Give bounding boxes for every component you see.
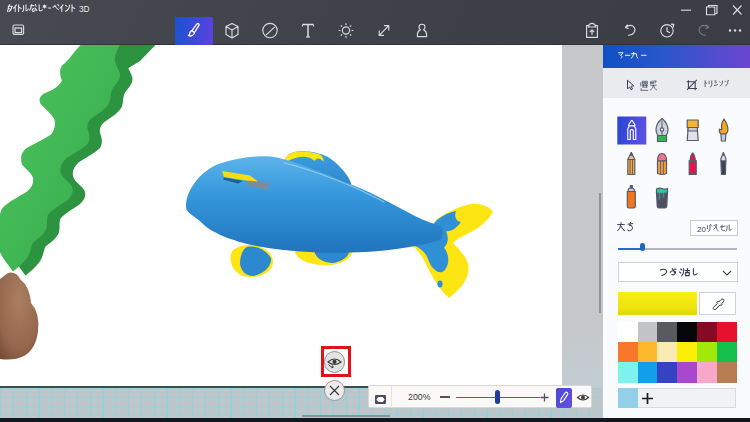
svg-text:20: 20 xyxy=(697,225,706,233)
